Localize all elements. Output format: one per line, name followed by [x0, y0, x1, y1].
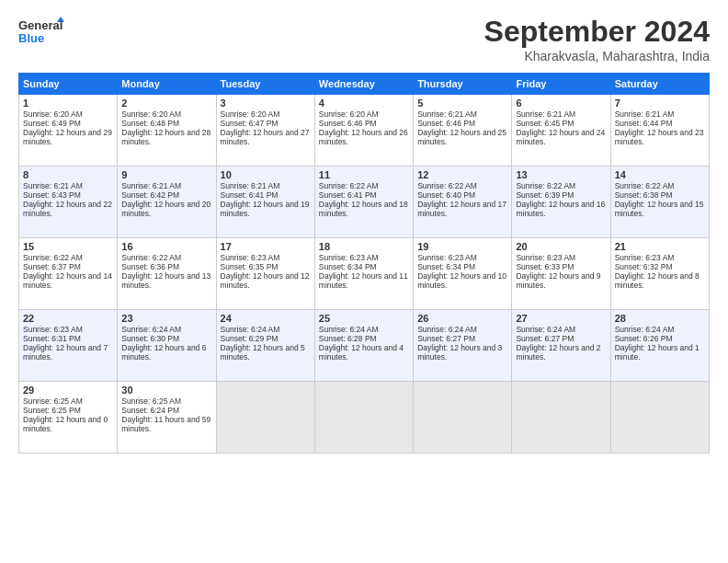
- daylight-text: Daylight: 12 hours and 13 minutes.: [121, 271, 210, 290]
- daylight-text: Daylight: 12 hours and 1 minute.: [615, 343, 700, 362]
- calendar-cell: 16 Sunrise: 6:22 AM Sunset: 6:36 PM Dayl…: [118, 238, 216, 310]
- location: Kharakvasla, Maharashtra, India: [484, 49, 710, 63]
- sunset-text: Sunset: 6:48 PM: [121, 119, 179, 128]
- calendar-cell: 24 Sunrise: 6:24 AM Sunset: 6:29 PM Dayl…: [216, 310, 314, 382]
- col-friday: Friday: [512, 74, 610, 95]
- calendar-cell: 3 Sunrise: 6:20 AM Sunset: 6:47 PM Dayli…: [216, 95, 314, 167]
- day-number: 21: [615, 241, 705, 252]
- daylight-text: Daylight: 12 hours and 0 minutes.: [23, 415, 108, 433]
- daylight-text: Daylight: 12 hours and 9 minutes.: [516, 271, 600, 290]
- calendar-cell: 14 Sunrise: 6:22 AM Sunset: 6:38 PM Dayl…: [610, 167, 709, 238]
- calendar-cell: [610, 382, 709, 454]
- sunrise-text: Sunrise: 6:24 AM: [615, 325, 675, 334]
- sunrise-text: Sunrise: 6:22 AM: [121, 253, 181, 262]
- day-number: 26: [417, 313, 507, 324]
- calendar-cell: [314, 382, 413, 454]
- sunset-text: Sunset: 6:25 PM: [23, 406, 81, 415]
- sunrise-text: Sunrise: 6:23 AM: [417, 253, 477, 262]
- calendar-cell: 20 Sunrise: 6:23 AM Sunset: 6:33 PM Dayl…: [512, 238, 610, 310]
- day-number: 6: [516, 98, 606, 109]
- sunrise-text: Sunrise: 6:22 AM: [319, 181, 379, 190]
- sunrise-text: Sunrise: 6:21 AM: [615, 109, 675, 119]
- sunrise-text: Sunrise: 6:21 AM: [516, 109, 575, 119]
- sunset-text: Sunset: 6:31 PM: [23, 334, 81, 343]
- sunset-text: Sunset: 6:34 PM: [319, 262, 377, 271]
- day-number: 4: [319, 98, 409, 109]
- calendar-cell: 23 Sunrise: 6:24 AM Sunset: 6:30 PM Dayl…: [118, 310, 216, 382]
- calendar-cell: 17 Sunrise: 6:23 AM Sunset: 6:35 PM Dayl…: [216, 238, 314, 310]
- sunrise-text: Sunrise: 6:20 AM: [319, 109, 379, 119]
- day-number: 12: [417, 169, 507, 180]
- sunrise-text: Sunrise: 6:22 AM: [417, 181, 477, 190]
- day-number: 19: [417, 241, 507, 252]
- calendar-cell: [216, 382, 314, 454]
- calendar-cell: 9 Sunrise: 6:21 AM Sunset: 6:42 PM Dayli…: [118, 167, 216, 238]
- day-number: 11: [319, 169, 409, 180]
- sunrise-text: Sunrise: 6:23 AM: [516, 253, 575, 262]
- daylight-text: Daylight: 12 hours and 12 minutes.: [221, 271, 310, 290]
- calendar-cell: 13 Sunrise: 6:22 AM Sunset: 6:39 PM Dayl…: [512, 167, 610, 238]
- logo-svg: General Blue: [18, 15, 64, 52]
- calendar-cell: 21 Sunrise: 6:23 AM Sunset: 6:32 PM Dayl…: [610, 238, 709, 310]
- day-number: 7: [615, 98, 705, 109]
- sunrise-text: Sunrise: 6:20 AM: [221, 109, 280, 119]
- sunset-text: Sunset: 6:24 PM: [121, 406, 179, 415]
- calendar-cell: 8 Sunrise: 6:21 AM Sunset: 6:43 PM Dayli…: [19, 167, 118, 238]
- daylight-text: Daylight: 12 hours and 17 minutes.: [417, 200, 506, 218]
- col-saturday: Saturday: [610, 74, 709, 95]
- day-number: 2: [121, 98, 211, 109]
- calendar-cell: 2 Sunrise: 6:20 AM Sunset: 6:48 PM Dayli…: [118, 95, 216, 167]
- daylight-text: Daylight: 12 hours and 3 minutes.: [417, 343, 502, 362]
- sunset-text: Sunset: 6:27 PM: [516, 334, 574, 343]
- col-sunday: Sunday: [19, 74, 118, 95]
- day-number: 23: [121, 313, 211, 324]
- sunset-text: Sunset: 6:38 PM: [615, 190, 673, 200]
- calendar-week-4: 22 Sunrise: 6:23 AM Sunset: 6:31 PM Dayl…: [19, 310, 710, 382]
- sunrise-text: Sunrise: 6:21 AM: [221, 181, 280, 190]
- daylight-text: Daylight: 12 hours and 5 minutes.: [221, 343, 305, 362]
- sunset-text: Sunset: 6:28 PM: [319, 334, 377, 343]
- calendar-week-2: 8 Sunrise: 6:21 AM Sunset: 6:43 PM Dayli…: [19, 167, 710, 238]
- day-number: 1: [23, 98, 113, 109]
- calendar-cell: 18 Sunrise: 6:23 AM Sunset: 6:34 PM Dayl…: [314, 238, 413, 310]
- calendar-cell: 28 Sunrise: 6:24 AM Sunset: 6:26 PM Dayl…: [610, 310, 709, 382]
- sunrise-text: Sunrise: 6:22 AM: [23, 253, 83, 262]
- sunrise-text: Sunrise: 6:24 AM: [319, 325, 379, 334]
- sunrise-text: Sunrise: 6:24 AM: [121, 325, 181, 334]
- calendar-cell: 10 Sunrise: 6:21 AM Sunset: 6:41 PM Dayl…: [216, 167, 314, 238]
- page: General Blue September 2024 Kharakvasla,…: [0, 0, 728, 563]
- day-number: 15: [23, 241, 113, 252]
- sunset-text: Sunset: 6:41 PM: [319, 190, 377, 200]
- month-title: September 2024: [484, 15, 710, 49]
- daylight-text: Daylight: 12 hours and 14 minutes.: [23, 271, 112, 290]
- sunrise-text: Sunrise: 6:22 AM: [516, 181, 575, 190]
- day-number: 13: [516, 169, 606, 180]
- day-number: 5: [417, 98, 507, 109]
- daylight-text: Daylight: 11 hours and 59 minutes.: [121, 415, 210, 433]
- sunrise-text: Sunrise: 6:21 AM: [417, 109, 477, 119]
- calendar-cell: 22 Sunrise: 6:23 AM Sunset: 6:31 PM Dayl…: [19, 310, 118, 382]
- day-number: 8: [23, 169, 113, 180]
- calendar-week-1: 1 Sunrise: 6:20 AM Sunset: 6:49 PM Dayli…: [19, 95, 710, 167]
- daylight-text: Daylight: 12 hours and 20 minutes.: [121, 200, 210, 218]
- day-number: 10: [221, 169, 311, 180]
- sunrise-text: Sunrise: 6:21 AM: [23, 181, 83, 190]
- day-number: 20: [516, 241, 606, 252]
- sunset-text: Sunset: 6:44 PM: [615, 119, 673, 128]
- daylight-text: Daylight: 12 hours and 27 minutes.: [221, 128, 310, 146]
- calendar-cell: 4 Sunrise: 6:20 AM Sunset: 6:46 PM Dayli…: [314, 95, 413, 167]
- sunset-text: Sunset: 6:46 PM: [417, 119, 475, 128]
- daylight-text: Daylight: 12 hours and 22 minutes.: [23, 200, 112, 218]
- col-wednesday: Wednesday: [314, 74, 413, 95]
- day-number: 30: [121, 385, 211, 396]
- svg-text:Blue: Blue: [18, 31, 44, 45]
- daylight-text: Daylight: 12 hours and 29 minutes.: [23, 128, 112, 146]
- sunrise-text: Sunrise: 6:23 AM: [221, 253, 280, 262]
- calendar-cell: 30 Sunrise: 6:25 AM Sunset: 6:24 PM Dayl…: [118, 382, 216, 454]
- day-number: 17: [221, 241, 311, 252]
- sunset-text: Sunset: 6:34 PM: [417, 262, 475, 271]
- calendar-cell: 26 Sunrise: 6:24 AM Sunset: 6:27 PM Dayl…: [414, 310, 512, 382]
- sunrise-text: Sunrise: 6:20 AM: [23, 109, 83, 119]
- daylight-text: Daylight: 12 hours and 24 minutes.: [516, 128, 605, 146]
- col-tuesday: Tuesday: [216, 74, 314, 95]
